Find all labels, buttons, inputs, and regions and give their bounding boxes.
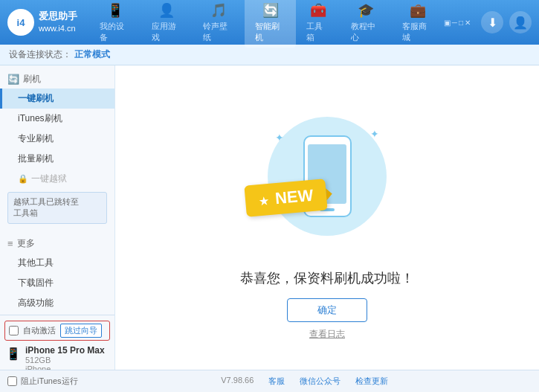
- logo-text: 爱思助手 www.i4.cn: [39, 10, 77, 35]
- footer-link-wechat[interactable]: 微信公众号: [300, 376, 340, 387]
- device-section: 自动激活 跳过向导 📱 iPhone 15 Pro Max 512GB iPho…: [0, 315, 114, 370]
- download-firmware-label: 下载固件: [18, 277, 54, 288]
- flash-icon: 🔄: [262, 2, 279, 19]
- main-layout: 🔄 刷机 一键刷机 iTunes刷机 专业刷机 批量刷机: [0, 65, 539, 370]
- version-label: V7.98.66: [221, 376, 254, 387]
- user-button[interactable]: 👤: [509, 11, 532, 33]
- batch-flash-label: 批量刷机: [18, 153, 54, 164]
- nav-tab-my-device-label: 我的设备: [100, 21, 131, 43]
- lock-icon: 🔒: [18, 174, 28, 184]
- auto-row-wrapper: 自动激活 跳过向导: [4, 321, 110, 341]
- nav-tab-tools[interactable]: 🧰 工具箱: [296, 0, 340, 48]
- apps-icon: 👤: [158, 2, 175, 19]
- service-icon: 💼: [410, 2, 426, 19]
- nav-tab-apps-label: 应用游戏: [152, 21, 183, 43]
- stop-itunes-checkbox[interactable]: [7, 376, 17, 386]
- status-value: 正常模式: [74, 48, 110, 61]
- logo-url: www.i4.cn: [39, 23, 77, 34]
- itunes-flash-label: iTunes刷机: [18, 113, 62, 123]
- one-click-flash-label: 一键刷机: [18, 93, 54, 103]
- log-link[interactable]: 查看日志: [309, 328, 345, 341]
- nav-tab-service-label: 客服商城: [402, 21, 433, 43]
- sidebar-item-download-firmware[interactable]: 下载固件: [0, 273, 114, 293]
- device-type: iPhone: [25, 364, 105, 370]
- nav-tab-flash[interactable]: 🔄 智能刷机: [245, 0, 297, 48]
- success-text: 恭喜您，保资料刷机成功啦！: [240, 269, 414, 287]
- guide-skip-button[interactable]: 跳过向导: [60, 324, 102, 338]
- footer-left: 阻止iTunes运行: [7, 376, 78, 387]
- sidebar: 🔄 刷机 一键刷机 iTunes刷机 专业刷机 批量刷机: [0, 65, 115, 370]
- header-right: ▣ ─ □ ✕ ⬇ 👤: [444, 11, 532, 33]
- flash-section-icon: 🔄: [7, 74, 19, 85]
- sidebar-item-pro-flash[interactable]: 专业刷机: [0, 129, 114, 149]
- more-section-header: ≡ 更多: [0, 234, 114, 253]
- sidebar-item-jailbreak: 🔒 一键越狱: [0, 169, 114, 189]
- sidebar-item-advanced[interactable]: 高级功能: [0, 293, 114, 313]
- nav-tab-tutorials[interactable]: 🎓 教程中心: [340, 0, 393, 48]
- nav-tab-tutorials-label: 教程中心: [351, 21, 382, 43]
- status-label: 设备连接状态：: [9, 48, 71, 61]
- flash-section-header: 🔄 刷机: [0, 70, 114, 89]
- nav-tab-service[interactable]: 💼 客服商城: [392, 0, 444, 48]
- sidebar-item-other-tools[interactable]: 其他工具: [0, 253, 114, 273]
- sidebar-note-text: 越狱工具已跳转至工具箱: [13, 197, 79, 217]
- auto-activate-label: 自动激活: [23, 325, 56, 336]
- device-info: iPhone 15 Pro Max 512GB iPhone: [25, 345, 105, 370]
- nav-tab-ringtone[interactable]: 🎵 铃声壁纸: [193, 0, 245, 48]
- my-device-icon: 📱: [107, 2, 123, 19]
- device-storage: 512GB: [25, 356, 105, 364]
- tutorials-icon: 🎓: [358, 2, 374, 19]
- nav-tabs: 📱 我的设备 👤 应用游戏 🎵 铃声壁纸 🔄 智能刷机 🧰 工具箱 🎓: [89, 0, 444, 48]
- brand-name: 爱思助手: [39, 10, 77, 23]
- header: i4 爱思助手 www.i4.cn 📱 我的设备 👤 应用游戏 🎵 铃声壁纸 🔄: [0, 0, 539, 45]
- footer-center: V7.98.66 客服 微信公众号 检查更新: [78, 376, 532, 387]
- advanced-label: 高级功能: [18, 298, 54, 308]
- tools-icon: 🧰: [310, 2, 326, 19]
- logo: i4 爱思助手 www.i4.cn: [7, 9, 89, 36]
- footer-link-service[interactable]: 客服: [268, 376, 285, 387]
- device-item: 📱 iPhone 15 Pro Max 512GB iPhone: [0, 343, 114, 370]
- logo-icon: i4: [7, 9, 34, 36]
- sparkle-tl: ✦: [275, 132, 284, 144]
- sidebar-item-itunes-flash[interactable]: iTunes刷机: [0, 109, 114, 129]
- footer-link-update[interactable]: 检查更新: [355, 376, 388, 387]
- download-button[interactable]: ⬇: [481, 11, 503, 33]
- auto-activate-checkbox[interactable]: [9, 326, 19, 335]
- device-phone-icon: 📱: [6, 347, 21, 361]
- sidebar-item-batch-flash[interactable]: 批量刷机: [0, 149, 114, 169]
- sparkle-tr: ✦: [370, 128, 379, 140]
- flash-section-label: 刷机: [23, 73, 41, 86]
- illustration: ✦ ✦ ✦ NEW: [253, 94, 401, 258]
- more-section: ≡ 更多 其他工具 下载固件 高级功能: [0, 234, 114, 313]
- logo-icon-text: i4: [17, 17, 25, 28]
- ringtone-icon: 🎵: [210, 2, 227, 19]
- more-icon: ≡: [7, 238, 13, 249]
- jailbreak-label: 一键越狱: [31, 173, 67, 185]
- stop-itunes-label: 阻止iTunes运行: [21, 376, 78, 387]
- nav-tab-apps[interactable]: 👤 应用游戏: [141, 0, 193, 48]
- sidebar-note: 越狱工具已跳转至工具箱: [7, 192, 107, 224]
- more-label: 更多: [17, 237, 35, 250]
- device-name: iPhone 15 Pro Max: [25, 345, 105, 356]
- sidebar-item-one-click-flash[interactable]: 一键刷机: [0, 89, 114, 109]
- nav-tab-my-device[interactable]: 📱 我的设备: [89, 0, 141, 48]
- nav-tab-tools-label: 工具箱: [306, 21, 329, 43]
- flash-section: 🔄 刷机 一键刷机 iTunes刷机 专业刷机 批量刷机: [0, 70, 114, 227]
- main-content: ✦ ✦ ✦ NEW 恭喜您，保资料刷机成功啦！ 确定 查看日志: [115, 65, 539, 370]
- confirm-button[interactable]: 确定: [287, 298, 367, 322]
- nav-tab-ringtone-label: 铃声壁纸: [203, 21, 234, 43]
- sub-header: 设备连接状态： 正常模式: [0, 45, 539, 65]
- nav-tab-flash-label: 智能刷机: [255, 21, 286, 43]
- phone-circle: ✦ ✦ ✦: [268, 117, 387, 236]
- footer: 阻止iTunes运行 V7.98.66 客服 微信公众号 检查更新: [0, 370, 539, 392]
- sidebar-content: 🔄 刷机 一键刷机 iTunes刷机 专业刷机 批量刷机: [0, 70, 114, 365]
- pro-flash-label: 专业刷机: [18, 133, 54, 144]
- other-tools-label: 其他工具: [18, 257, 54, 268]
- new-label: NEW: [274, 186, 314, 208]
